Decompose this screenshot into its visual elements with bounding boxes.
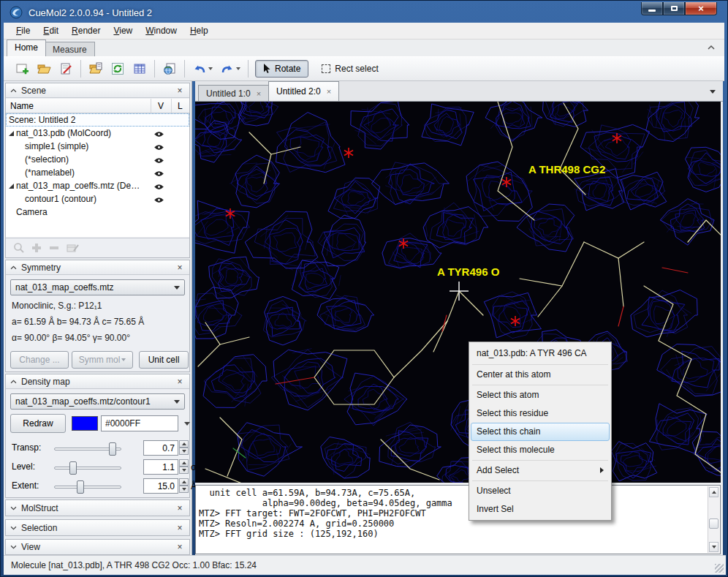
new-scene-button[interactable] bbox=[12, 59, 32, 78]
menu-add-select[interactable]: Add Select bbox=[471, 461, 610, 480]
scroll-thumb[interactable] bbox=[709, 518, 718, 529]
menu-unselect[interactable]: Unselect bbox=[471, 482, 610, 500]
open-scene-button[interactable] bbox=[34, 59, 54, 78]
slider-thumb[interactable] bbox=[69, 461, 77, 475]
redo-dropdown-icon[interactable] bbox=[236, 67, 240, 70]
transp-value[interactable]: 0.7 bbox=[143, 440, 178, 456]
tree-row-camera[interactable]: Camera bbox=[6, 205, 189, 219]
level-spinner[interactable] bbox=[179, 459, 189, 475]
molecular-viewport[interactable]: A THR498 CG2A TYR496 O bbox=[195, 102, 721, 483]
selection-header[interactable]: Selection × bbox=[6, 520, 189, 535]
minimize-button[interactable] bbox=[641, 2, 663, 15]
render-settings-button[interactable] bbox=[159, 59, 180, 78]
extent-spinner[interactable] bbox=[179, 478, 189, 494]
slider-thumb[interactable] bbox=[77, 480, 84, 494]
open-file-button[interactable] bbox=[86, 59, 106, 78]
color-dropdown-arrow-icon[interactable] bbox=[184, 422, 190, 426]
undo-dropdown-icon[interactable] bbox=[208, 67, 213, 70]
transp-slider[interactable] bbox=[54, 448, 121, 450]
menu-center-at-atom[interactable]: Center at this atom bbox=[471, 366, 610, 384]
col-name[interactable]: Name bbox=[6, 99, 151, 113]
mol-table-button[interactable] bbox=[129, 59, 150, 78]
symmetry-panel-header[interactable]: Symmetry × bbox=[6, 260, 189, 275]
tree-row-simple1[interactable]: simple1 (simple) bbox=[6, 140, 189, 153]
rotate-toggle-button[interactable]: Rotate bbox=[255, 60, 308, 78]
col-lock[interactable]: L bbox=[172, 99, 189, 113]
rect-select-toggle[interactable]: Rect select bbox=[316, 61, 384, 77]
view-close-icon[interactable]: × bbox=[175, 542, 185, 552]
tab-measure[interactable]: Measure bbox=[45, 42, 95, 56]
menu-edit[interactable]: Edit bbox=[37, 23, 65, 38]
view-header[interactable]: View × bbox=[6, 540, 189, 554]
tab-list-dropdown-icon[interactable] bbox=[710, 90, 716, 94]
molstruct-close-icon[interactable]: × bbox=[175, 503, 185, 513]
map-color-input[interactable]: #0000FF bbox=[101, 415, 178, 431]
scroll-up-icon[interactable] bbox=[709, 487, 718, 497]
transp-spinner[interactable] bbox=[179, 440, 189, 456]
save-scene-button[interactable] bbox=[56, 59, 76, 78]
maximize-button[interactable] bbox=[663, 2, 685, 15]
molstruct-header[interactable]: MolStruct × bbox=[6, 500, 189, 516]
tree-row-selection[interactable]: (*selection) bbox=[6, 153, 189, 166]
tree-row-namelabel[interactable]: (*namelabel) bbox=[6, 166, 189, 179]
tree-row-molcoord[interactable]: nat_013.pdb (MolCoord) bbox=[6, 127, 189, 140]
menu-help[interactable]: Help bbox=[183, 23, 215, 38]
visibility-eye-icon[interactable] bbox=[153, 129, 164, 140]
menu-invert-sel[interactable]: Invert Sel bbox=[471, 500, 610, 518]
add-icon[interactable] bbox=[31, 242, 42, 254]
col-visible[interactable]: V bbox=[151, 99, 172, 113]
density-panel-header[interactable]: Density map × bbox=[6, 374, 189, 389]
density-panel-close-icon[interactable]: × bbox=[175, 377, 185, 387]
menu-select-residue[interactable]: Select this residue bbox=[471, 404, 610, 423]
selection-close-icon[interactable]: × bbox=[175, 523, 185, 533]
tree-row-mtz[interactable]: nat_013_map_coeffs.mtz (De… bbox=[6, 179, 189, 192]
visibility-eye-icon[interactable] bbox=[153, 143, 164, 153]
reload-button[interactable] bbox=[107, 59, 128, 78]
menu-file[interactable]: File bbox=[10, 23, 37, 38]
menu-select-chain[interactable]: Select this chain bbox=[471, 423, 610, 441]
symm-mol-button[interactable]: Symm mol bbox=[72, 351, 133, 369]
scene-panel-header[interactable]: Scene × bbox=[6, 83, 189, 98]
console-scrollbar[interactable] bbox=[708, 486, 719, 553]
undo-button[interactable] bbox=[189, 59, 216, 78]
visibility-eye-icon[interactable] bbox=[153, 182, 164, 192]
unit-cell-button[interactable]: Unit cell bbox=[139, 351, 189, 369]
extent-slider[interactable] bbox=[54, 486, 121, 489]
tab-close-icon[interactable]: × bbox=[327, 87, 331, 96]
tree-row-contour1[interactable]: contour1 (contour) bbox=[6, 192, 189, 205]
menu-render[interactable]: Render bbox=[65, 23, 107, 38]
expander-icon[interactable] bbox=[9, 184, 14, 189]
tab-home[interactable]: Home bbox=[7, 39, 46, 56]
level-slider[interactable] bbox=[54, 467, 121, 469]
menu-select-atom[interactable]: Select this atom bbox=[471, 386, 610, 404]
viewport-tab-2[interactable]: Untitled 2:0 × bbox=[268, 81, 339, 101]
visibility-eye-icon[interactable] bbox=[153, 169, 164, 179]
remove-icon[interactable] bbox=[48, 242, 60, 254]
properties-icon[interactable] bbox=[66, 242, 79, 254]
menu-window[interactable]: Window bbox=[139, 23, 183, 38]
log-console[interactable]: unit cell a=61.59A, b=94.73A, c=75.65A, … bbox=[195, 485, 721, 554]
visibility-eye-icon[interactable] bbox=[153, 195, 164, 205]
resize-grip[interactable] bbox=[715, 564, 724, 573]
collapse-ribbon-icon[interactable] bbox=[707, 44, 716, 51]
density-object-select[interactable]: nat_013_map_coeffs.mtz/contour1 bbox=[10, 393, 185, 410]
tree-row-scene[interactable]: Scene: Untitled 2 bbox=[6, 113, 189, 127]
close-button[interactable]: × bbox=[685, 2, 717, 15]
redo-button[interactable] bbox=[217, 59, 243, 78]
extent-value[interactable]: 15.0 bbox=[143, 478, 178, 494]
slider-thumb[interactable] bbox=[109, 442, 116, 456]
menu-select-molecule[interactable]: Select this molecule bbox=[471, 441, 610, 459]
map-color-swatch[interactable] bbox=[72, 416, 98, 431]
expander-icon[interactable] bbox=[9, 131, 14, 136]
viewport-tab-1[interactable]: Untitled 1:0 × bbox=[198, 85, 269, 101]
zoom-icon[interactable] bbox=[13, 242, 25, 254]
visibility-eye-icon[interactable] bbox=[153, 156, 164, 166]
redraw-button[interactable]: Redraw bbox=[10, 414, 66, 433]
change-button[interactable]: Change ... bbox=[10, 351, 69, 369]
symmetry-object-select[interactable]: nat_013_map_coeffs.mtz bbox=[10, 279, 185, 295]
tab-close-icon[interactable]: × bbox=[257, 89, 261, 98]
level-value[interactable]: 1.1 bbox=[143, 459, 178, 475]
scroll-down-icon[interactable] bbox=[709, 542, 718, 552]
menu-view[interactable]: View bbox=[107, 23, 139, 38]
symmetry-panel-close-icon[interactable]: × bbox=[175, 263, 185, 273]
